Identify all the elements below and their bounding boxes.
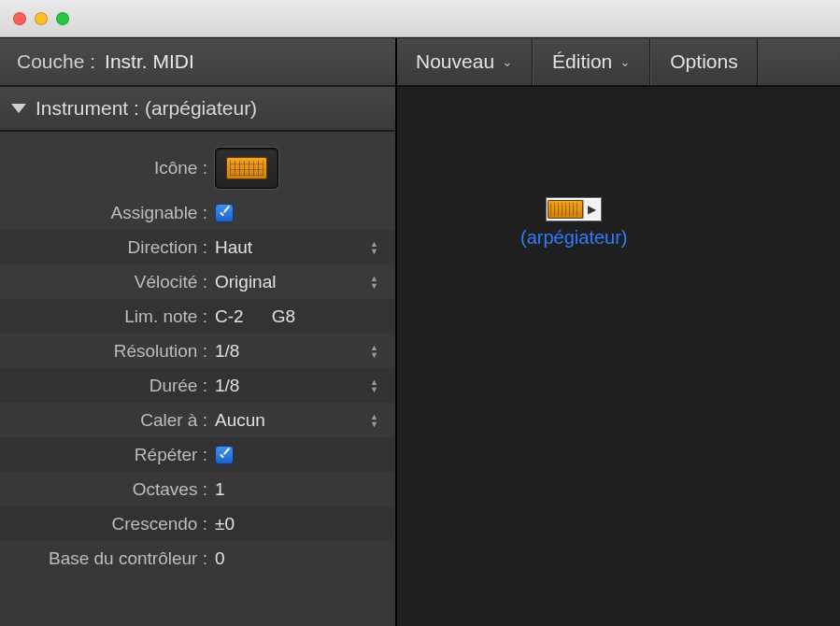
param-label-assignable: Assignable : xyxy=(0,203,215,223)
toolbar-edit-menu[interactable]: Édition ⌄ xyxy=(533,38,650,85)
param-label-icon: Icône : xyxy=(0,158,215,178)
param-label-resolution: Résolution : xyxy=(0,341,215,362)
param-row-icon: Icône : xyxy=(0,141,395,195)
resolution-value: 1/8 xyxy=(215,341,239,362)
stepper-icon[interactable] xyxy=(370,379,378,392)
param-row-lim-note: Lim. note : C-2 G8 xyxy=(0,299,395,334)
snap-select[interactable]: Aucun xyxy=(215,410,386,431)
stepper-icon[interactable] xyxy=(370,345,378,358)
direction-select[interactable]: Haut xyxy=(215,237,386,258)
toolbar-new-label: Nouveau xyxy=(416,50,494,73)
keyboard-icon xyxy=(548,200,583,219)
snap-value: Aucun xyxy=(215,410,265,431)
param-label-repeat: Répéter : xyxy=(0,445,215,465)
titlebar xyxy=(0,0,840,37)
stepper-icon[interactable] xyxy=(370,414,378,427)
direction-value: Haut xyxy=(215,237,252,258)
toolbar-new-menu[interactable]: Nouveau ⌄ xyxy=(397,38,533,85)
octaves-value: 1 xyxy=(215,479,225,500)
assignable-checkbox[interactable] xyxy=(215,204,234,222)
param-row-ctrl-base: Base du contrôleur : 0 xyxy=(0,541,395,576)
param-row-snap: Caler à : Aucun xyxy=(0,403,395,437)
arpeggiator-object-icon[interactable]: ▶ xyxy=(546,197,602,221)
icon-picker[interactable] xyxy=(215,148,278,189)
param-label-snap: Caler à : xyxy=(0,410,215,431)
duration-select[interactable]: 1/8 xyxy=(215,376,386,396)
ctrl-base-value: 0 xyxy=(215,548,225,569)
arpeggiator-object-label[interactable]: (arpégiateur) xyxy=(520,227,628,249)
param-row-crescendo: Crescendo : ±0 xyxy=(0,506,395,541)
layer-label: Couche : xyxy=(17,50,95,73)
param-label-lim-note: Lim. note : xyxy=(0,306,215,327)
param-row-duration: Durée : 1/8 xyxy=(0,368,395,403)
inspector-header[interactable]: Couche : Instr. MIDI xyxy=(0,38,395,87)
resolution-select[interactable]: 1/8 xyxy=(215,341,386,362)
param-label-direction: Direction : xyxy=(0,237,215,258)
crescendo-field[interactable]: ±0 xyxy=(215,514,386,534)
param-label-crescendo: Crescendo : xyxy=(0,514,215,534)
canvas-panel: Nouveau ⌄ Édition ⌄ Options ▶ (arp xyxy=(397,38,840,626)
param-label-duration: Durée : xyxy=(0,376,215,396)
chevron-down-icon: ⌄ xyxy=(502,54,513,69)
window-close-button[interactable] xyxy=(13,12,26,25)
window: Couche : Instr. MIDI Instrument : (arpég… xyxy=(0,0,840,626)
velocity-value: Original xyxy=(215,272,276,292)
lim-note-high[interactable]: G8 xyxy=(272,306,295,327)
toolbar-edit-label: Édition xyxy=(552,50,612,73)
toolbar: Nouveau ⌄ Édition ⌄ Options xyxy=(397,38,840,87)
lim-note-fields[interactable]: C-2 G8 xyxy=(215,306,386,327)
output-port-icon[interactable]: ▶ xyxy=(583,200,600,219)
lim-note-low[interactable]: C-2 xyxy=(215,306,244,327)
duration-value: 1/8 xyxy=(215,376,239,396)
param-row-resolution: Résolution : 1/8 xyxy=(0,334,395,368)
keyboard-icon xyxy=(226,157,267,179)
param-row-velocity: Vélocité : Original xyxy=(0,264,395,299)
param-row-assignable: Assignable : xyxy=(0,195,395,230)
stepper-icon[interactable] xyxy=(370,241,378,254)
ctrl-base-field[interactable]: 0 xyxy=(215,548,386,569)
velocity-select[interactable]: Original xyxy=(215,272,386,292)
stepper-icon[interactable] xyxy=(370,276,378,289)
param-value-icon xyxy=(215,141,386,195)
param-label-velocity: Vélocité : xyxy=(0,272,215,292)
octaves-field[interactable]: 1 xyxy=(215,479,386,500)
instrument-value: (arpégiateur) xyxy=(145,97,257,120)
window-zoom-button[interactable] xyxy=(56,12,69,25)
param-label-octaves: Octaves : xyxy=(0,479,215,500)
param-label-ctrl-base: Base du contrôleur : xyxy=(0,548,215,569)
environment-canvas[interactable]: ▶ (arpégiateur) xyxy=(397,87,840,626)
instrument-label: Instrument : xyxy=(36,97,139,120)
inspector-params: Icône : Assignable : Direction : Haut xyxy=(0,132,395,626)
inspector-section-instrument[interactable]: Instrument : (arpégiateur) xyxy=(0,87,395,132)
param-row-octaves: Octaves : 1 xyxy=(0,472,395,506)
param-row-repeat: Répéter : xyxy=(0,437,395,472)
inspector-panel: Couche : Instr. MIDI Instrument : (arpég… xyxy=(0,38,397,626)
repeat-checkbox[interactable] xyxy=(215,446,234,464)
arpeggiator-object[interactable]: ▶ (arpégiateur) xyxy=(520,197,628,249)
layer-value: Instr. MIDI xyxy=(105,50,194,73)
content: Couche : Instr. MIDI Instrument : (arpég… xyxy=(0,37,840,626)
chevron-down-icon: ⌄ xyxy=(619,54,631,69)
param-row-direction: Direction : Haut xyxy=(0,230,395,264)
toolbar-options-label: Options xyxy=(670,50,737,73)
crescendo-value: ±0 xyxy=(215,514,235,534)
toolbar-options-menu[interactable]: Options xyxy=(650,38,757,85)
disclosure-triangle-icon[interactable] xyxy=(11,104,26,113)
window-minimize-button[interactable] xyxy=(35,12,48,25)
